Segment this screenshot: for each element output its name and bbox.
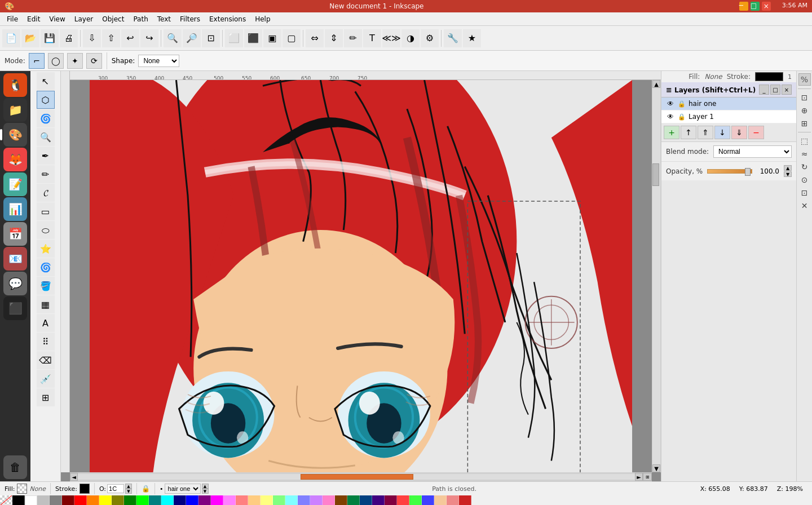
inkscape-dock-btn[interactable]: 🎨 <box>3 123 27 147</box>
palette-yellow[interactable] <box>99 495 112 505</box>
menu-filters[interactable]: Filters <box>175 14 205 24</box>
fill-color-swatch[interactable] <box>17 484 27 494</box>
ungroup-btn[interactable]: ▢ <box>283 29 301 47</box>
mode-symmetric-btn[interactable]: ✦ <box>67 53 83 69</box>
snap-intersection-btn[interactable]: ✕ <box>799 200 810 211</box>
edit-nodes-btn[interactable]: ✏ <box>344 29 362 47</box>
palette-cornflower[interactable] <box>422 495 434 505</box>
scroll-down-btn[interactable]: ▼ <box>652 464 660 472</box>
opacity-down-btn[interactable]: ▼ <box>784 171 792 177</box>
snap-midpoint-btn[interactable]: ⊡ <box>799 187 810 198</box>
palette-purple[interactable] <box>198 495 211 505</box>
eyedropper-tool[interactable]: 💉 <box>37 370 55 388</box>
pencil-tool[interactable]: ✏ <box>37 165 55 183</box>
add-layer-btn[interactable]: + <box>664 126 679 139</box>
scroll-bottom[interactable]: ◄ ► ⊞ <box>70 472 652 481</box>
menu-extensions[interactable]: Extensions <box>205 14 250 24</box>
doc-props-btn[interactable]: ⚙ <box>421 29 439 47</box>
opacity-input[interactable] <box>107 484 124 493</box>
fill-stroke-btn[interactable]: ◑ <box>401 29 420 47</box>
eraser-tool[interactable]: ⌫ <box>37 351 55 369</box>
layer-item-1[interactable]: 👁 🔒 Layer 1 <box>661 110 796 123</box>
new-btn[interactable]: 📄 <box>2 29 20 47</box>
palette-none[interactable] <box>0 495 12 505</box>
scroll-thumb[interactable] <box>652 163 659 186</box>
mode-smooth-btn[interactable]: ◯ <box>48 53 64 69</box>
paint-bucket-tool[interactable]: 🪣 <box>37 277 55 295</box>
palette-yellow-light[interactable] <box>261 495 273 505</box>
align-btn[interactable]: ⇔ <box>306 29 324 47</box>
gradient-tool[interactable]: ▦ <box>37 295 55 313</box>
layers-expand-btn[interactable]: _ <box>759 85 769 95</box>
undo-btn[interactable]: ↩ <box>121 29 139 47</box>
menu-object[interactable]: Object <box>98 14 129 24</box>
delete-layer-btn[interactable]: − <box>748 126 764 139</box>
prefs-btn[interactable]: 🔧 <box>444 29 462 47</box>
select-tool[interactable]: ↖ <box>37 72 55 90</box>
palette-magenta[interactable] <box>211 495 223 505</box>
menu-view[interactable]: View <box>45 14 69 24</box>
print-btn[interactable]: 🖨 <box>60 29 78 47</box>
drawing-canvas[interactable] <box>70 80 652 472</box>
layer-select-bottom[interactable]: hair one Layer 1 <box>165 484 201 494</box>
menu-text[interactable]: Text <box>153 14 175 24</box>
tweak-tool[interactable]: 🌀 <box>37 109 55 127</box>
palette-red-light[interactable] <box>236 495 248 505</box>
layer-lock-1[interactable]: 🔒 <box>677 112 686 121</box>
inkscape-btn[interactable]: ★ <box>463 29 481 47</box>
palette-indigo[interactable] <box>372 495 385 505</box>
text-tool[interactable]: A <box>37 314 55 332</box>
email-dock-btn[interactable]: 📧 <box>3 247 27 271</box>
scroll-left-btn[interactable]: ◄ <box>70 473 78 481</box>
layer-down-btn[interactable]: ▼ <box>202 489 209 494</box>
scroll-up-btn[interactable]: ▲ <box>652 80 660 88</box>
lower-layer-btn[interactable]: ↓ <box>714 126 730 139</box>
calendar-dock-btn[interactable]: 📅 <box>3 222 27 246</box>
rect-tool[interactable]: ▭ <box>37 202 55 220</box>
palette-red[interactable] <box>74 495 87 505</box>
palette-navy[interactable] <box>174 495 186 505</box>
snap-guide-btn[interactable]: ⊞ <box>799 118 810 129</box>
palette-pink-light[interactable] <box>223 495 236 505</box>
import-btn[interactable]: ⇩ <box>83 29 101 47</box>
save-btn[interactable]: 💾 <box>41 29 59 47</box>
palette-teal[interactable] <box>149 495 161 505</box>
menu-help[interactable]: Help <box>250 14 275 24</box>
snap-nodes-btn[interactable]: ⊕ <box>799 105 810 116</box>
node-tool[interactable]: ⬡ <box>37 91 55 109</box>
star-tool[interactable]: ⭐ <box>37 240 55 258</box>
chat-dock-btn[interactable]: 💬 <box>3 272 27 295</box>
palette-skin[interactable] <box>434 495 447 505</box>
pen-tool[interactable]: ✒ <box>37 147 55 165</box>
blend-mode-select[interactable]: Normal Multiply Screen Overlay <box>713 145 792 158</box>
scroll-track[interactable] <box>652 88 660 464</box>
text-tool-btn[interactable]: T <box>363 29 381 47</box>
raise-layer-btn[interactable]: ↑ <box>681 126 696 139</box>
close-btn[interactable]: × <box>762 2 771 11</box>
opacity-up-btn[interactable]: ▲ <box>784 165 792 171</box>
mode-corner-btn[interactable]: ⌐ <box>29 53 45 69</box>
opacity-slider[interactable] <box>707 169 752 174</box>
menu-layer[interactable]: Layer <box>70 14 98 24</box>
zoom-out-btn[interactable]: 🔎 <box>183 29 201 47</box>
docs-dock-btn[interactable]: 📝 <box>3 172 27 196</box>
layer-eye-1[interactable]: 👁 <box>666 112 675 121</box>
layer-up-btn[interactable]: ▲ <box>202 484 209 489</box>
snap-enable-btn[interactable]: % <box>798 73 811 86</box>
lower-bottom-layer-btn[interactable]: ⇓ <box>731 126 747 139</box>
raise-top-layer-btn[interactable]: ⇑ <box>698 126 713 139</box>
layer-eye-hair[interactable]: 👁 <box>666 99 675 108</box>
minimize-btn[interactable]: ─ <box>739 2 748 11</box>
palette-cobalt[interactable] <box>360 495 372 505</box>
opacity-steppers[interactable]: ▲ ▼ <box>784 165 792 177</box>
navigator-toggle-btn[interactable]: ⊞ <box>643 473 652 481</box>
o-up-btn[interactable]: ▲ <box>125 484 132 489</box>
redo-btn[interactable]: ↪ <box>140 29 158 47</box>
palette-gray[interactable] <box>50 495 62 505</box>
palette-lime[interactable] <box>136 495 149 505</box>
layers-float-btn[interactable]: □ <box>770 85 780 95</box>
menu-edit[interactable]: Edit <box>23 14 45 24</box>
deselect-btn[interactable]: ⬛ <box>244 29 262 47</box>
export-btn[interactable]: ⇧ <box>102 29 120 47</box>
palette-emerald[interactable] <box>347 495 360 505</box>
